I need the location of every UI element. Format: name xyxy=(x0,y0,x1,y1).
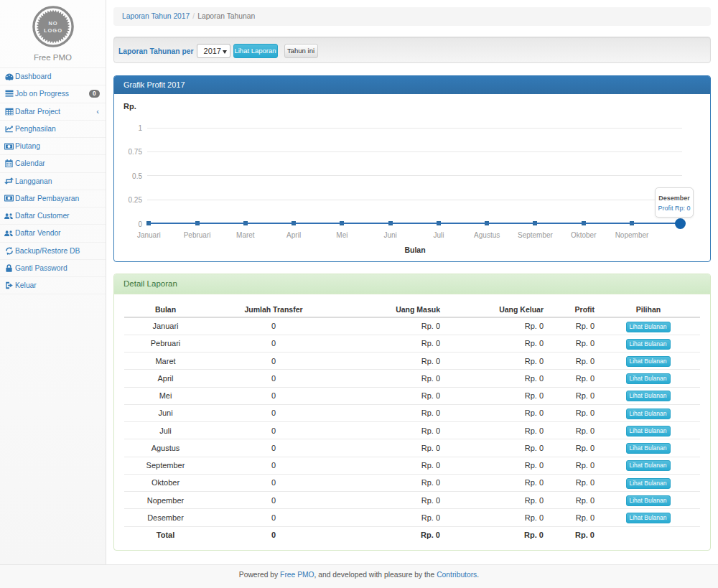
svg-text:NO: NO xyxy=(48,20,57,27)
svg-text:LOGO: LOGO xyxy=(43,27,62,34)
